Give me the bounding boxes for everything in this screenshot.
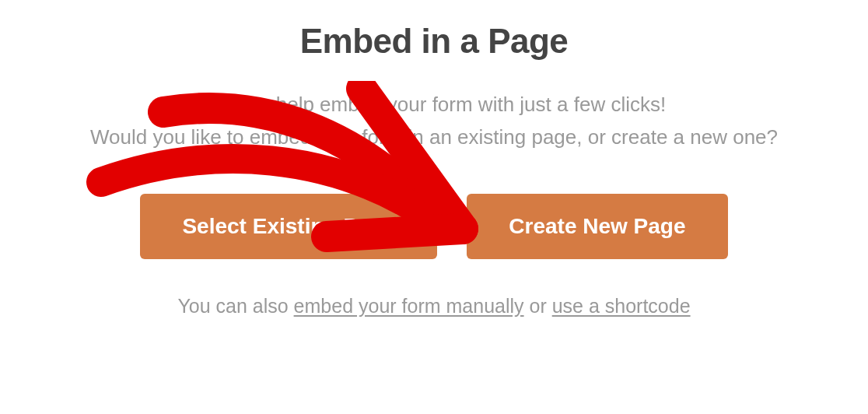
footer-text: You can also embed your form manually or… — [177, 295, 690, 318]
page-title: Embed in a Page — [300, 22, 569, 61]
embed-manually-link[interactable]: embed your form manually — [294, 295, 524, 317]
subtitle-line-1: We can help embed your form with just a … — [202, 93, 666, 116]
footer-prefix: You can also — [177, 295, 293, 317]
page-subtitle: We can help embed your form with just a … — [90, 89, 778, 153]
button-row: Select Existing Page Create New Page — [140, 194, 727, 259]
select-existing-page-button[interactable]: Select Existing Page — [140, 194, 437, 259]
subtitle-line-2: Would you like to embed your form in an … — [90, 125, 778, 149]
create-new-page-button[interactable]: Create New Page — [467, 194, 727, 259]
use-shortcode-link[interactable]: use a shortcode — [552, 295, 691, 317]
footer-mid: or — [524, 295, 552, 317]
